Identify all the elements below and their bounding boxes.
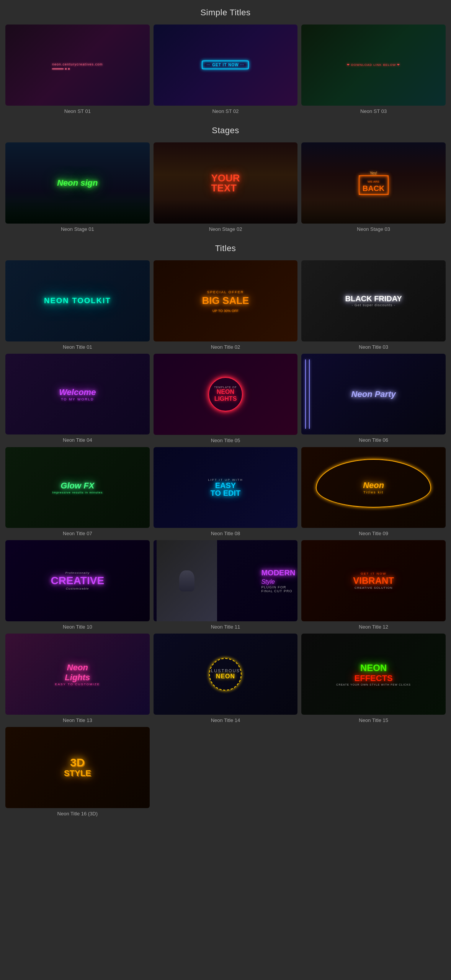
title15-effects: EFFECTS bbox=[336, 673, 411, 683]
section-title-stages: Stages bbox=[4, 126, 447, 136]
thumbnail-neon-title-14: LUSTROUS NEON bbox=[154, 634, 298, 715]
card-neon-title-08[interactable]: LIFT IT UP WITH EASYTO EDIT Neon Title 0… bbox=[154, 447, 298, 537]
section-titles: Titles NEON TOOLKIT Neon Title 01 SPECIA… bbox=[4, 243, 447, 817]
title04-welcome: Welcome bbox=[59, 387, 96, 397]
card-neon-stage-03[interactable]: Yes! WE ARE BACK Neon Stage 03 bbox=[301, 142, 446, 232]
label-neon-st-01: Neon ST 01 bbox=[64, 108, 91, 114]
card-neon-st-03[interactable]: ❤ DOWNLOAD LINK BELOW ❤ Neon ST 03 bbox=[301, 24, 446, 114]
title11-sub: PLUGIN FORFINAL CUT PRO bbox=[261, 585, 295, 593]
titles-grid: NEON TOOLKIT Neon Title 01 SPECIAL OFFER… bbox=[4, 260, 447, 817]
card-neon-st-01[interactable]: neon.centurycreatives.com Neon ST 01 bbox=[5, 24, 150, 114]
label-neon-st-02: Neon ST 02 bbox=[212, 108, 239, 114]
card-neon-title-13[interactable]: NeonLights EASY TO CUSTOMIZE Neon Title … bbox=[5, 634, 150, 723]
card-neon-title-02[interactable]: SPECIAL OFFER BIG SALE UP TO 30% OFF Neo… bbox=[154, 260, 298, 350]
thumbnail-neon-title-08: LIFT IT UP WITH EASYTO EDIT bbox=[154, 447, 298, 528]
title15-create: CREATE YOUR OWN STYLE WITH FEW CLICKS bbox=[336, 683, 411, 686]
title16-3d: 3D bbox=[64, 757, 91, 768]
title13-cust: EASY TO CUSTOMIZE bbox=[55, 683, 100, 686]
card-neon-title-16[interactable]: 3D STYLE Neon Title 16 (3D) bbox=[5, 727, 150, 817]
stage02-text: YOURTEXT bbox=[211, 173, 240, 193]
label-neon-title-03: Neon Title 03 bbox=[359, 344, 388, 350]
title09-neon: Neon bbox=[363, 480, 384, 490]
thumbnail-neon-title-04: Welcome TO MY WORLD bbox=[5, 354, 150, 435]
thumbnail-neon-stage-02: YOURTEXT bbox=[154, 142, 298, 224]
card-neon-stage-02[interactable]: YOURTEXT Neon Stage 02 bbox=[154, 142, 298, 232]
title02-bigsale: BIG SALE bbox=[202, 295, 249, 307]
card-neon-title-01[interactable]: NEON TOOLKIT Neon Title 01 bbox=[5, 260, 150, 350]
label-neon-title-16: Neon Title 16 (3D) bbox=[57, 811, 98, 817]
card-neon-stage-01[interactable]: Neon sign Neon Stage 01 bbox=[5, 142, 150, 232]
card-neon-st-02[interactable]: ⋯ GET IT NOW ⋯ Neon ST 02 bbox=[154, 24, 298, 114]
stage01-text: Neon sign bbox=[57, 178, 98, 188]
title08-easy: EASYTO EDIT bbox=[208, 482, 243, 497]
thumbnail-neon-stage-03: Yes! WE ARE BACK bbox=[301, 142, 446, 224]
page-container: Simple Titles neon.centurycreatives.com … bbox=[0, 0, 451, 843]
label-neon-title-15: Neon Title 15 bbox=[359, 717, 388, 723]
label-neon-st-03: Neon ST 03 bbox=[360, 108, 387, 114]
label-neon-title-01: Neon Title 01 bbox=[63, 344, 92, 350]
thumbnail-neon-title-11: MODERNStyle PLUGIN FORFINAL CUT PRO bbox=[154, 540, 298, 621]
stage-floor-03 bbox=[301, 199, 446, 224]
title02-upto: UP TO 30% OFF bbox=[212, 309, 239, 313]
title06-party: Neon Party bbox=[351, 389, 396, 399]
card-neon-title-10[interactable]: Professionally CREATIVE Customizable Neo… bbox=[5, 540, 150, 630]
label-neon-title-04: Neon Title 04 bbox=[63, 437, 92, 443]
vline2 bbox=[309, 359, 310, 429]
st03-download-text: ❤ DOWNLOAD LINK BELOW ❤ bbox=[347, 63, 400, 67]
title01-text: NEON TOOLKIT bbox=[44, 296, 111, 305]
thumbnail-neon-title-13: NeonLights EASY TO CUSTOMIZE bbox=[5, 634, 150, 715]
title11-modern: MODERNStyle bbox=[261, 568, 295, 585]
card-neon-title-03[interactable]: BLACK FRIDAY - Get super discounts - Neo… bbox=[301, 260, 446, 350]
title16-style: STYLE bbox=[64, 768, 91, 778]
label-neon-title-12: Neon Title 12 bbox=[359, 624, 388, 630]
title07-glowfx: Glow FX bbox=[52, 481, 103, 491]
card-neon-title-09[interactable]: Neon Titles kit Neon Title 09 bbox=[301, 447, 446, 537]
label-neon-title-06: Neon Title 06 bbox=[359, 437, 388, 443]
simple-titles-grid: neon.centurycreatives.com Neon ST 01 ⋯ G… bbox=[4, 24, 447, 114]
card-neon-title-06[interactable]: Neon Party Neon Title 06 bbox=[301, 354, 446, 443]
card-neon-title-05[interactable]: TEMPLATE OF NEONLIGHTS Neon Title 05 bbox=[154, 354, 298, 443]
label-neon-stage-02: Neon Stage 02 bbox=[209, 226, 242, 232]
thumbnail-neon-title-01: NEON TOOLKIT bbox=[5, 260, 150, 341]
title07-impressive: Impressive results in minutes bbox=[52, 491, 103, 494]
thumbnail-neon-title-16: 3D STYLE bbox=[5, 727, 150, 808]
card-neon-title-12[interactable]: GET IT NOW VIBRANT CREATIVE SOLUTION Neo… bbox=[301, 540, 446, 630]
label-neon-title-13: Neon Title 13 bbox=[63, 717, 92, 723]
title09-kit: Titles kit bbox=[363, 490, 384, 494]
thumbnail-neon-stage-01: Neon sign bbox=[5, 142, 150, 224]
title14-circle: LUSTROUS NEON bbox=[209, 658, 242, 691]
card-neon-title-11[interactable]: MODERNStyle PLUGIN FORFINAL CUT PRO Neon… bbox=[154, 540, 298, 630]
label-neon-title-14: Neon Title 14 bbox=[211, 717, 240, 723]
thumbnail-neon-title-12: GET IT NOW VIBRANT CREATIVE SOLUTION bbox=[301, 540, 446, 621]
card-neon-title-14[interactable]: LUSTROUS NEON Neon Title 14 bbox=[154, 634, 298, 723]
card-neon-title-15[interactable]: NEON EFFECTS CREATE YOUR OWN STYLE WITH … bbox=[301, 634, 446, 723]
thumbnail-neon-title-06: Neon Party bbox=[301, 354, 446, 435]
st02-cta-box: ⋯ GET IT NOW ⋯ bbox=[202, 60, 249, 69]
label-neon-title-05: Neon Title 05 bbox=[211, 438, 240, 443]
title03-bf-text: BLACK FRIDAY bbox=[345, 294, 402, 303]
thumbnail-neon-title-09: Neon Titles kit bbox=[301, 447, 446, 528]
title14-neon: NEON bbox=[216, 673, 235, 680]
label-neon-title-10: Neon Title 10 bbox=[63, 624, 92, 630]
title02-special: SPECIAL OFFER bbox=[207, 290, 244, 294]
title12-sub: CREATIVE SOLUTION bbox=[353, 586, 394, 590]
thumbnail-neon-title-07: Glow FX Impressive results in minutes bbox=[5, 447, 150, 528]
thumbnail-neon-st-02: ⋯ GET IT NOW ⋯ bbox=[154, 24, 298, 106]
thumbnail-neon-title-15: NEON EFFECTS CREATE YOUR OWN STYLE WITH … bbox=[301, 634, 446, 715]
vline1 bbox=[305, 359, 306, 429]
section-title-titles: Titles bbox=[4, 243, 447, 253]
thumbnail-neon-title-03: BLACK FRIDAY - Get super discounts - bbox=[301, 260, 446, 341]
stages-grid: Neon sign Neon Stage 01 YOURTEXT Neon St… bbox=[4, 142, 447, 232]
label-neon-title-11: Neon Title 11 bbox=[211, 624, 240, 630]
thumbnail-neon-title-10: Professionally CREATIVE Customizable bbox=[5, 540, 150, 621]
label-neon-title-07: Neon Title 07 bbox=[63, 531, 92, 536]
label-neon-title-08: Neon Title 08 bbox=[211, 531, 240, 536]
stage-floor-02 bbox=[154, 199, 298, 224]
card-neon-title-07[interactable]: Glow FX Impressive results in minutes Ne… bbox=[5, 447, 150, 537]
st01-url-text: neon.centurycreatives.com bbox=[52, 62, 103, 66]
stage-floor-01 bbox=[5, 199, 150, 224]
section-simple-titles: Simple Titles neon.centurycreatives.com … bbox=[4, 8, 447, 114]
card-neon-title-04[interactable]: Welcome TO MY WORLD Neon Title 04 bbox=[5, 354, 150, 443]
section-title-simple-titles: Simple Titles bbox=[4, 8, 447, 18]
stage03-yes-text: Yes! bbox=[359, 171, 389, 175]
